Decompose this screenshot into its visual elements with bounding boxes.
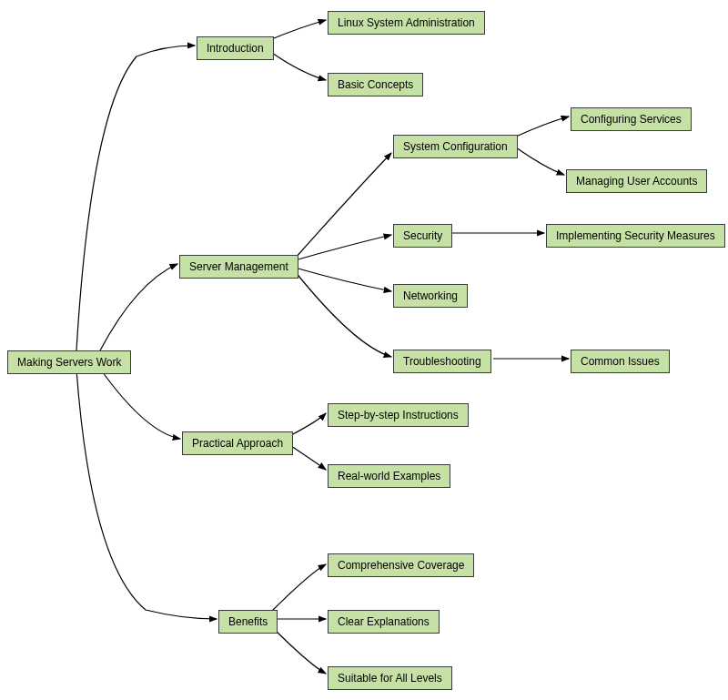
node-label: Suitable for All Levels: [338, 672, 442, 685]
node-label: Comprehensive Coverage: [338, 559, 464, 572]
node-label: Server Management: [189, 260, 288, 273]
node-networking: Networking: [393, 284, 468, 308]
node-system-configuration: System Configuration: [393, 135, 518, 158]
node-common-issues: Common Issues: [571, 350, 670, 373]
node-label: Implementing Security Measures: [556, 229, 715, 242]
node-label: Networking: [403, 289, 458, 302]
node-suitable-all-levels: Suitable for All Levels: [328, 666, 452, 690]
node-label: Basic Concepts: [338, 78, 413, 91]
node-label: Real-world Examples: [338, 470, 440, 482]
node-basic-concepts: Basic Concepts: [328, 73, 423, 96]
node-server-management: Server Management: [179, 255, 298, 279]
node-managing-user-accounts: Managing User Accounts: [566, 169, 707, 193]
node-real-world: Real-world Examples: [328, 464, 450, 488]
node-security: Security: [393, 224, 452, 248]
node-configuring-services: Configuring Services: [571, 107, 692, 131]
node-label: Managing User Accounts: [576, 175, 697, 188]
node-benefits: Benefits: [218, 610, 278, 634]
node-label: Practical Approach: [192, 437, 283, 450]
node-clear-explanations: Clear Explanations: [328, 610, 440, 634]
node-label: Security: [403, 229, 442, 242]
node-label: System Configuration: [403, 140, 508, 153]
node-label: Clear Explanations: [338, 615, 430, 628]
node-troubleshooting: Troubleshooting: [393, 350, 491, 373]
node-label: Benefits: [228, 615, 268, 628]
node-label: Step-by-step Instructions: [338, 409, 459, 421]
node-practical-approach: Practical Approach: [182, 431, 293, 455]
node-label: Troubleshooting: [403, 355, 481, 368]
node-label: Making Servers Work: [17, 356, 121, 369]
node-label: Introduction: [207, 42, 264, 55]
node-introduction: Introduction: [197, 36, 274, 60]
node-linux-sysadmin: Linux System Administration: [328, 11, 485, 35]
node-step-by-step: Step-by-step Instructions: [328, 403, 469, 427]
node-label: Configuring Services: [581, 113, 682, 126]
node-root: Making Servers Work: [7, 350, 131, 374]
node-comprehensive-coverage: Comprehensive Coverage: [328, 553, 474, 577]
node-label: Common Issues: [581, 355, 660, 368]
node-label: Linux System Administration: [338, 16, 475, 29]
node-implementing-security: Implementing Security Measures: [546, 224, 725, 248]
